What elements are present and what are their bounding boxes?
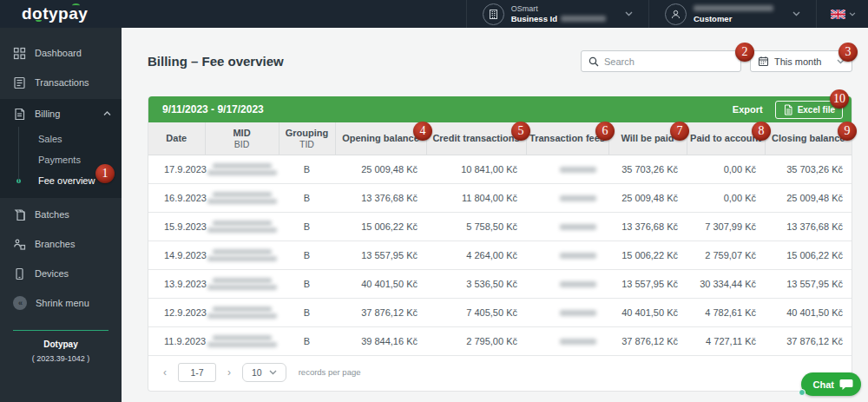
sidebar-item-batches[interactable]: Batches xyxy=(0,200,122,229)
cell-credit-transactions: 4 264,00 Kč xyxy=(426,241,526,269)
sidebar-item-billing[interactable]: Billing xyxy=(0,99,122,129)
sidebar-item-devices[interactable]: Devices xyxy=(0,259,122,288)
transactions-icon xyxy=(13,76,26,89)
cell-will-be-paid: 13 376,68 Kč xyxy=(608,212,687,241)
som-badge-4: 4 xyxy=(413,122,432,141)
som-badge-6: 6 xyxy=(595,122,615,141)
table-row[interactable]: 14.9.2023B13 557,95 Kč4 264,00 Kč15 006,… xyxy=(148,241,852,269)
redacted-transaction-fees xyxy=(560,281,596,287)
period-select[interactable]: This month xyxy=(750,50,852,72)
export-button[interactable]: Export xyxy=(733,104,763,115)
business-selector[interactable]: OSmart Business Id xyxy=(466,0,648,28)
redacted-customer-name xyxy=(694,5,773,11)
chevron-down-icon xyxy=(792,11,800,16)
redacted-mid xyxy=(213,221,272,226)
cell-grouping: B xyxy=(279,155,335,183)
cell-closing-balance: 35 703,26 Kč xyxy=(765,155,852,183)
redacted-mid xyxy=(213,192,272,197)
col-date[interactable]: Date xyxy=(148,122,205,155)
redacted-mid xyxy=(213,306,272,312)
cell-closing-balance: 40 401,50 Kč xyxy=(765,298,852,326)
chevron-up-icon xyxy=(103,111,111,116)
customer-selector[interactable]: Customer xyxy=(648,0,816,28)
som-badge-8: 8 xyxy=(752,122,771,141)
table-row[interactable]: 11.9.2023B39 844,16 Kč2 795,00 Kč37 876,… xyxy=(148,326,852,355)
calendar-icon xyxy=(758,56,769,67)
cell-mid-bid xyxy=(205,326,279,355)
cell-closing-balance: 13 557,95 Kč xyxy=(765,269,852,298)
search-input[interactable] xyxy=(604,56,733,67)
fee-overview-card: 9/11/2023 - 9/17/2023 Export Excel file … xyxy=(148,96,852,392)
building-icon xyxy=(483,3,504,25)
cell-paid-to-account: 0,00 Kč xyxy=(687,155,765,183)
next-page-button[interactable]: › xyxy=(223,366,235,379)
customer-role-label: Customer xyxy=(694,15,732,23)
cell-mid-bid xyxy=(205,212,279,241)
main-content: Billing – Fee overview This month 9/11/2 xyxy=(122,28,868,402)
business-name: OSmart xyxy=(511,5,606,13)
sidebar-divider xyxy=(13,330,108,331)
billing-icon xyxy=(13,108,26,121)
chevron-down-icon xyxy=(849,12,856,16)
sidebar-item-transactions[interactable]: Transactions xyxy=(0,68,122,97)
cell-credit-transactions: 2 795,00 Kč xyxy=(426,326,526,355)
page-title: Billing – Fee overview xyxy=(148,54,284,69)
prev-page-button[interactable]: ‹ xyxy=(159,366,171,379)
cell-closing-balance: 25 009,48 Kč xyxy=(765,183,852,212)
language-selector[interactable] xyxy=(816,0,868,28)
redacted-transaction-fees xyxy=(560,195,596,201)
cell-credit-transactions: 7 405,50 Kč xyxy=(426,298,526,326)
date-range-bar: 9/11/2023 - 9/17/2023 Export Excel file xyxy=(148,96,852,122)
page-range: 1-7 xyxy=(178,363,216,382)
som-badge-10: 10 xyxy=(830,89,849,109)
records-per-page-label: records per page xyxy=(299,367,361,377)
dashboard-icon xyxy=(13,47,26,60)
redacted-mid xyxy=(213,249,272,254)
chevron-down-icon xyxy=(269,370,277,375)
page-size-select[interactable]: 10 xyxy=(242,363,286,382)
cell-will-be-paid: 25 009,48 Kč xyxy=(608,183,687,212)
fee-overview-table: Date MIDBID GroupingTID Opening balance … xyxy=(148,122,852,356)
online-status-dot xyxy=(799,389,806,396)
sidebar-item-shrink-menu[interactable]: « Shrink menu xyxy=(0,288,122,318)
period-value: This month xyxy=(774,56,832,67)
table-header-row: Date MIDBID GroupingTID Opening balance … xyxy=(148,122,852,155)
cell-opening-balance: 13 376,68 Kč xyxy=(335,183,426,212)
cell-grouping: B xyxy=(279,298,335,326)
devices-icon xyxy=(13,267,26,280)
table-row[interactable]: 16.9.2023B13 376,68 Kč11 804,00 Kč25 009… xyxy=(148,183,852,212)
cell-date: 14.9.2023 xyxy=(148,241,205,269)
cell-opening-balance: 15 006,22 Kč xyxy=(335,212,426,241)
cell-will-be-paid: 40 401,50 Kč xyxy=(608,298,687,326)
table-row[interactable]: 17.9.2023B25 009,48 Kč10 841,00 Kč35 703… xyxy=(148,155,852,183)
col-mid-bid[interactable]: MIDBID xyxy=(205,122,279,155)
redacted-transaction-fees xyxy=(560,339,596,345)
sidebar-item-branches[interactable]: Branches xyxy=(0,229,122,259)
cell-date: 16.9.2023 xyxy=(148,183,205,212)
redacted-mid xyxy=(213,335,272,340)
som-badge-3: 3 xyxy=(838,43,858,62)
table-row[interactable]: 12.9.2023B37 876,12 Kč7 405,50 Kč40 401,… xyxy=(148,298,852,326)
col-grouping-tid[interactable]: GroupingTID xyxy=(279,122,335,155)
cell-grouping: B xyxy=(279,269,335,298)
table-row[interactable]: 15.9.2023B15 006,22 Kč5 758,50 Kč13 376,… xyxy=(148,212,852,241)
cell-paid-to-account: 7 307,99 Kč xyxy=(687,212,765,241)
cell-date: 13.9.2023 xyxy=(148,269,205,298)
cell-paid-to-account: 30 334,44 Kč xyxy=(687,269,765,298)
search-icon xyxy=(589,56,599,67)
som-badge-1: 1 xyxy=(95,164,115,183)
chat-bubble-icon xyxy=(839,379,853,391)
table-row[interactable]: 13.9.2023B40 401,50 Kč3 536,50 Kč13 557,… xyxy=(148,269,852,298)
redacted-bid xyxy=(207,199,277,204)
col-opening-balance[interactable]: Opening balance xyxy=(335,122,426,155)
top-header-bar: dotypay OSmart Business Id xyxy=(0,0,868,28)
cell-date: 12.9.2023 xyxy=(148,298,205,326)
cell-opening-balance: 25 009,48 Kč xyxy=(335,155,426,183)
dotypay-logo[interactable]: dotypay xyxy=(22,4,88,23)
cell-transaction-fees xyxy=(526,241,608,269)
sidebar-item-sales[interactable]: Sales xyxy=(0,129,122,149)
cell-opening-balance: 37 876,12 Kč xyxy=(335,298,426,326)
chat-button[interactable]: Chat xyxy=(801,372,861,396)
redacted-bid xyxy=(207,170,277,175)
sidebar-item-dashboard[interactable]: Dashboard xyxy=(0,38,122,68)
